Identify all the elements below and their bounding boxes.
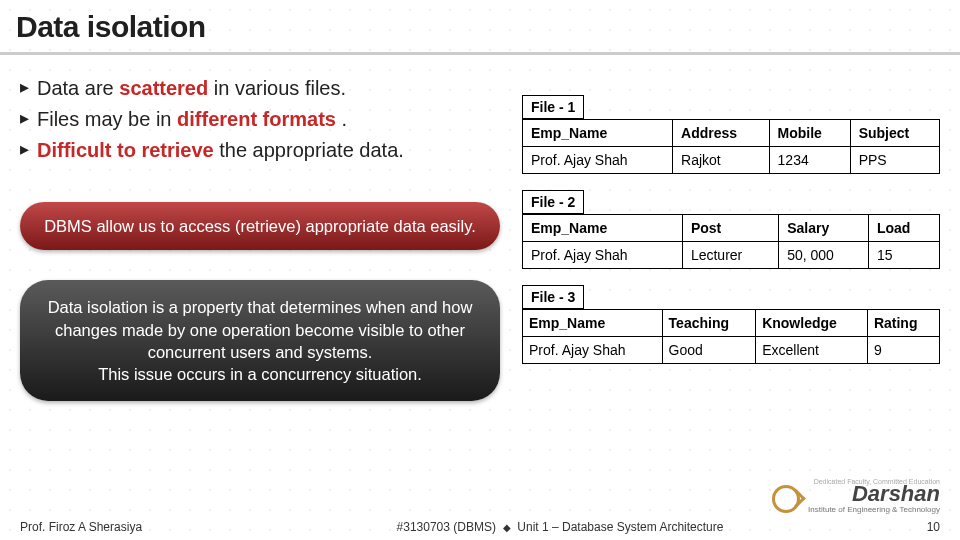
file-label: File - 2 [522, 190, 584, 214]
bullet-item: Files may be in different formats . [20, 106, 500, 133]
table-header: Emp_Name [523, 310, 663, 337]
bullet-text: Files may be in [37, 108, 177, 130]
file-table-1: Emp_Name Address Mobile Subject Prof. Aj… [522, 119, 940, 174]
bullet-text: Data are [37, 77, 119, 99]
bullet-text: the appropriate data. [214, 139, 404, 161]
table-header: Load [868, 215, 939, 242]
table-header: Emp_Name [523, 215, 683, 242]
bullet-emph: Difficult to retrieve [37, 139, 214, 161]
file-table-2: Emp_Name Post Salary Load Prof. Ajay Sha… [522, 214, 940, 269]
logo-subtitle: Institute of Engineering & Technology [808, 505, 940, 514]
footer-page-number: 10 [900, 520, 940, 534]
footer-author: Prof. Firoz A Sherasiya [20, 520, 220, 534]
table-cell: Lecturer [682, 242, 778, 269]
table-header-row: Emp_Name Post Salary Load [523, 215, 940, 242]
file-block-3: File - 3 Emp_Name Teaching Knowledge Rat… [522, 285, 940, 364]
table-cell: 15 [868, 242, 939, 269]
table-row: Prof. Ajay Shah Good Excellent 9 [523, 337, 940, 364]
file-block-2: File - 2 Emp_Name Post Salary Load Prof.… [522, 190, 940, 269]
logo-mark-icon [772, 485, 800, 513]
table-header: Post [682, 215, 778, 242]
bullet-item: Difficult to retrieve the appropriate da… [20, 137, 500, 164]
file-table-3: Emp_Name Teaching Knowledge Rating Prof.… [522, 309, 940, 364]
left-column: Data are scattered in various files. Fil… [20, 71, 500, 540]
callout-dark-pill: Data isolation is a property that determ… [20, 280, 500, 401]
table-header: Mobile [769, 120, 850, 147]
table-cell: Prof. Ajay Shah [523, 147, 673, 174]
table-header: Address [673, 120, 770, 147]
table-cell: Excellent [756, 337, 868, 364]
table-cell: Rajkot [673, 147, 770, 174]
footer-course: #3130703 (DBMS) ◆ Unit 1 – Database Syst… [220, 520, 900, 534]
table-cell: 50, 000 [779, 242, 869, 269]
callout-red-pill: DBMS allow us to access (retrieve) appro… [20, 202, 500, 250]
footer-unit: Unit 1 – Database System Architecture [517, 520, 723, 534]
diamond-icon: ◆ [503, 522, 511, 533]
table-header: Salary [779, 215, 869, 242]
bullet-text: . [336, 108, 347, 130]
table-cell: Good [662, 337, 756, 364]
table-cell: Prof. Ajay Shah [523, 337, 663, 364]
table-header: Subject [850, 120, 939, 147]
bullet-emph: scattered [119, 77, 208, 99]
file-label: File - 3 [522, 285, 584, 309]
footer-course-code: #3130703 (DBMS) [397, 520, 496, 534]
bullet-emph: different formats [177, 108, 336, 130]
table-header-row: Emp_Name Address Mobile Subject [523, 120, 940, 147]
title-bar: Data isolation [0, 0, 960, 55]
table-header-row: Emp_Name Teaching Knowledge Rating [523, 310, 940, 337]
file-label: File - 1 [522, 95, 584, 119]
table-header: Teaching [662, 310, 756, 337]
table-header: Rating [867, 310, 939, 337]
slide-title: Data isolation [16, 10, 944, 44]
slide-footer: Prof. Firoz A Sherasiya #3130703 (DBMS) … [0, 520, 960, 534]
content-area: Data are scattered in various files. Fil… [0, 55, 960, 540]
bullet-list: Data are scattered in various files. Fil… [20, 71, 500, 168]
table-row: Prof. Ajay Shah Lecturer 50, 000 15 [523, 242, 940, 269]
file-block-1: File - 1 Emp_Name Address Mobile Subject… [522, 95, 940, 174]
bullet-text: in various files. [208, 77, 346, 99]
table-cell: Prof. Ajay Shah [523, 242, 683, 269]
bullet-item: Data are scattered in various files. [20, 75, 500, 102]
table-row: Prof. Ajay Shah Rajkot 1234 PPS [523, 147, 940, 174]
institute-logo: Dedicated Faculty, Committed Education D… [772, 478, 940, 514]
right-column: File - 1 Emp_Name Address Mobile Subject… [522, 71, 940, 540]
logo-name: Darshan [808, 483, 940, 505]
table-header: Knowledge [756, 310, 868, 337]
table-cell: PPS [850, 147, 939, 174]
table-cell: 1234 [769, 147, 850, 174]
table-cell: 9 [867, 337, 939, 364]
table-header: Emp_Name [523, 120, 673, 147]
